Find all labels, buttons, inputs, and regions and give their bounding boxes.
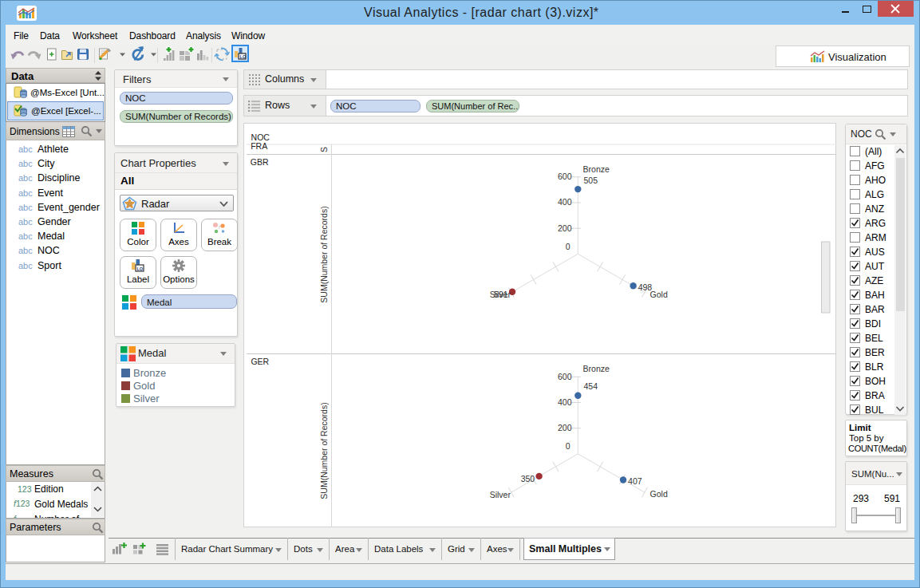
svg-text:400: 400 xyxy=(558,397,572,407)
svg-text:591: 591 xyxy=(494,290,508,299)
svg-text:454: 454 xyxy=(584,381,598,391)
svg-text:FRA: FRA xyxy=(251,141,267,151)
svg-text:0: 0 xyxy=(566,441,571,451)
svg-text:200: 200 xyxy=(558,223,572,233)
svg-text:200: 200 xyxy=(558,423,572,432)
svg-text:600: 600 xyxy=(558,172,572,181)
svg-text:GBR: GBR xyxy=(251,157,269,167)
svg-text:Gold: Gold xyxy=(650,489,668,499)
svg-text:407: 407 xyxy=(628,476,642,486)
svg-text:LO: LO xyxy=(137,266,144,271)
svg-text:GER: GER xyxy=(251,357,269,366)
svg-text:Gold: Gold xyxy=(650,290,668,299)
svg-text:0: 0 xyxy=(566,242,571,251)
svg-text:Bronze: Bronze xyxy=(583,164,610,174)
svg-text:Silver: Silver xyxy=(490,490,511,499)
svg-text:NOC: NOC xyxy=(251,132,270,142)
svg-text:505: 505 xyxy=(584,176,598,185)
svg-text:LO: LO xyxy=(240,54,247,59)
svg-text:350: 350 xyxy=(521,474,535,483)
svg-text:S: S xyxy=(319,147,329,152)
svg-text:Bronze: Bronze xyxy=(583,364,610,373)
svg-text:600: 600 xyxy=(558,372,572,381)
svg-text:SUM(Number of Records): SUM(Number of Records) xyxy=(319,206,329,302)
svg-text:400: 400 xyxy=(558,197,572,207)
svg-text:498: 498 xyxy=(638,282,653,292)
svg-text:SUM(Number of Records): SUM(Number of Records) xyxy=(319,402,329,499)
